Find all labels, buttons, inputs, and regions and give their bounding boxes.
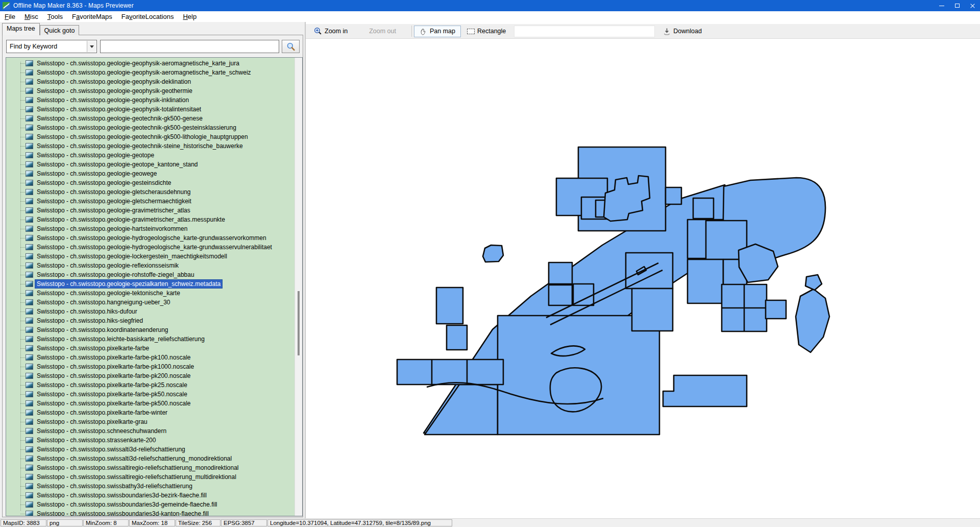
tree-item[interactable]: Swisstopo - ch.swisstopo.geologie-tekton…	[6, 289, 295, 298]
pan-map-button[interactable]: Pan map	[414, 26, 461, 37]
download-label: Download	[673, 28, 702, 35]
map-layer-icon	[26, 88, 33, 94]
tab-maps-tree[interactable]: Maps tree	[2, 23, 40, 35]
download-button[interactable]: Download	[661, 26, 704, 37]
tree-connector	[20, 312, 25, 312]
menu-favoritemaps[interactable]: FavoriteMaps	[67, 12, 117, 21]
tree-item[interactable]: Swisstopo - ch.swisstopo.geologie-gletsc…	[6, 187, 295, 197]
minimize-button[interactable]	[934, 0, 949, 11]
tree-item[interactable]: Swisstopo - ch.swisstopo.geologie-reflex…	[6, 261, 295, 270]
tree-item[interactable]: Swisstopo - ch.swisstopo.swissalti3d-rel…	[6, 454, 295, 463]
search-button[interactable]	[282, 40, 300, 53]
rectangle-button[interactable]: Rectangle	[465, 26, 508, 36]
toolbar-input[interactable]	[514, 26, 655, 37]
tree-item[interactable]: Swisstopo - ch.swisstopo.swissaltiregio-…	[6, 463, 295, 472]
tree-item-label: Swisstopo - ch.swisstopo.geologie-spezia…	[35, 280, 222, 288]
tree-scrollbar-thumb[interactable]	[298, 291, 300, 355]
tree-item[interactable]: Swisstopo - ch.swisstopo.leichte-basiska…	[6, 334, 295, 344]
map-layer-icon	[26, 456, 33, 462]
tree-item[interactable]: Swisstopo - ch.swisstopo.swissboundaries…	[6, 509, 295, 516]
find-mode-select[interactable]: Find by Keyword	[6, 40, 97, 53]
tree-item[interactable]: Swisstopo - ch.swisstopo.pixelkarte-farb…	[6, 390, 295, 399]
search-input[interactable]	[100, 40, 279, 53]
tree-item-label: Swisstopo - ch.swisstopo.geologie-geotop…	[35, 160, 200, 169]
map-layer-icon	[26, 354, 33, 361]
tree-item[interactable]: Swisstopo - ch.swisstopo.pixelkarte-farb…	[6, 380, 295, 390]
tree-item[interactable]: Swisstopo - ch.swisstopo.pixelkarte-farb…	[6, 399, 295, 408]
toolbar-separator	[411, 26, 412, 37]
maximize-button[interactable]	[949, 0, 965, 11]
tree-item[interactable]: Swisstopo - ch.swisstopo.geologie-geotec…	[6, 141, 295, 151]
combo-arrow[interactable]	[87, 41, 96, 52]
zoom-in-button[interactable]: Zoom in	[312, 26, 350, 37]
tree-item[interactable]: Swisstopo - ch.swisstopo.pixelkarte-farb…	[6, 362, 295, 371]
map-layer-icon	[26, 152, 33, 158]
tree-item[interactable]: Swisstopo - ch.swisstopo.geologie-geotec…	[6, 123, 295, 132]
menu-file[interactable]: File	[0, 12, 20, 21]
tree-item[interactable]: Swisstopo - ch.swisstopo.swissaltiregio-…	[6, 472, 295, 482]
tree-item[interactable]: Swisstopo - ch.swisstopo.hiks-siegfried	[6, 316, 295, 325]
tree-item[interactable]: Swisstopo - ch.swisstopo.koordinatenaend…	[6, 325, 295, 334]
tree-item[interactable]: Swisstopo - ch.swisstopo.geologie-geotop…	[6, 160, 295, 169]
tree-item[interactable]: Swisstopo - ch.swisstopo.strassenkarte-2…	[6, 436, 295, 445]
tree-item[interactable]: Swisstopo - ch.swisstopo.geologie-geophy…	[6, 95, 295, 105]
tree-item[interactable]: Swisstopo - ch.swisstopo.geologie-hartst…	[6, 224, 295, 233]
tree-item[interactable]: Swisstopo - ch.swisstopo.pixelkarte-grau	[6, 417, 295, 426]
tree-connector	[20, 468, 25, 468]
map-canvas[interactable]	[306, 39, 980, 518]
menu-tools[interactable]: Tools	[43, 12, 67, 21]
tree-item[interactable]: Swisstopo - ch.swisstopo.geologie-gravim…	[6, 206, 295, 215]
tree-item[interactable]: Swisstopo - ch.swisstopo.geologie-gravim…	[6, 215, 295, 224]
tree-item-label: Swisstopo - ch.swisstopo.koordinatenaend…	[35, 326, 169, 334]
tree-connector	[20, 486, 25, 487]
tree-item[interactable]: Swisstopo - ch.swisstopo.geologie-geotop…	[6, 151, 295, 160]
tree-item[interactable]: Swisstopo - ch.swisstopo.geologie-gletsc…	[6, 197, 295, 206]
tree-item[interactable]: Swisstopo - ch.swisstopo.geologie-geotec…	[6, 114, 295, 123]
tree-item[interactable]: Swisstopo - ch.swisstopo.swissbathy3d-re…	[6, 482, 295, 491]
tree-item-label: Swisstopo - ch.swisstopo.geologie-gravim…	[35, 215, 227, 224]
map-layer-icon	[26, 428, 33, 434]
tree-item[interactable]: Swisstopo - ch.swisstopo.pixelkarte-farb…	[6, 353, 295, 362]
tree-item[interactable]: Swisstopo - ch.swisstopo.geologie-geophy…	[6, 68, 295, 77]
menu-help[interactable]: Help	[178, 12, 201, 21]
tree-connector	[20, 357, 25, 358]
tree-item[interactable]: Swisstopo - ch.swisstopo.geologie-locker…	[6, 252, 295, 261]
tab-quick-goto[interactable]: Quick goto	[40, 25, 80, 35]
east-rect-small	[766, 300, 786, 319]
tree-item-label: Swisstopo - ch.swisstopo.pixelkarte-farb…	[35, 363, 195, 371]
menu-favoritelocations[interactable]: FavoriteLocations	[117, 12, 179, 21]
tree-item[interactable]: Swisstopo - ch.swisstopo.geologie-hydrog…	[6, 233, 295, 243]
tree-item[interactable]: Swisstopo - ch.swisstopo.swissboundaries…	[6, 500, 295, 509]
maps-tree-list: Swisstopo - ch.swisstopo.geologie-geophy…	[6, 58, 295, 516]
tree-item[interactable]: Swisstopo - ch.swisstopo.geologie-spezia…	[6, 279, 295, 289]
map-layer-icon	[26, 143, 33, 149]
status-maps-id: MapsID: 3883	[1, 519, 46, 526]
mid-rect-2	[549, 285, 572, 305]
tree-connector	[20, 459, 25, 459]
tree-item[interactable]: Swisstopo - ch.swisstopo.geologie-geophy…	[6, 105, 295, 114]
tree-item[interactable]: Swisstopo - ch.swisstopo.swissalti3d-rel…	[6, 445, 295, 454]
tree-item[interactable]: Swisstopo - ch.swisstopo.geologie-geophy…	[6, 86, 295, 95]
tree-item[interactable]: Swisstopo - ch.swisstopo.pixelkarte-farb…	[6, 344, 295, 353]
tree-item[interactable]: Swisstopo - ch.swisstopo.pixelkarte-farb…	[6, 371, 295, 380]
tree-item[interactable]: Swisstopo - ch.swisstopo.geologie-geoweg…	[6, 169, 295, 178]
tree-scrollbar[interactable]	[295, 58, 302, 516]
tree-item[interactable]: Swisstopo - ch.swisstopo.hiks-dufour	[6, 307, 295, 316]
tree-item[interactable]: Swisstopo - ch.swisstopo.geologie-rohsto…	[6, 270, 295, 279]
status-tile-size: TileSize: 256	[176, 519, 220, 526]
close-button[interactable]	[965, 0, 980, 11]
west-strip	[397, 360, 503, 385]
tree-item[interactable]: Swisstopo - ch.swisstopo.swissboundaries…	[6, 491, 295, 500]
tree-item[interactable]: Swisstopo - ch.swisstopo.geologie-gestei…	[6, 178, 295, 187]
tree-item-label: Swisstopo - ch.swisstopo.schneeschuhwand…	[35, 427, 168, 435]
tree-item[interactable]: Swisstopo - ch.swisstopo.schneeschuhwand…	[6, 426, 295, 436]
tree-item[interactable]: Swisstopo - ch.swisstopo.pixelkarte-farb…	[6, 408, 295, 417]
tree-item[interactable]: Swisstopo - ch.swisstopo.geologie-hydrog…	[6, 243, 295, 252]
tree-item[interactable]: Swisstopo - ch.swisstopo.geologie-geophy…	[6, 77, 295, 86]
tree-item[interactable]: Swisstopo - ch.swisstopo.geologie-geotec…	[6, 132, 295, 141]
tree-item[interactable]: Swisstopo - ch.swisstopo.geologie-geophy…	[6, 59, 295, 68]
map-layer-icon	[26, 244, 33, 250]
tree-item[interactable]: Swisstopo - ch.swisstopo.hangneigung-ueb…	[6, 298, 295, 307]
menu-misc[interactable]: Misc	[20, 12, 43, 21]
tree-item-label: Swisstopo - ch.swisstopo.hiks-siegfried	[35, 317, 144, 325]
